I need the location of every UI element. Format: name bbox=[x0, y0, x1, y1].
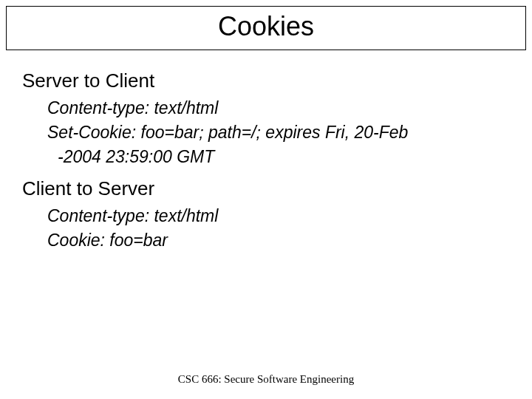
section-client-to-server: Client to Server Content-type: text/html… bbox=[22, 177, 510, 252]
body-text: Content-type: text/html bbox=[47, 97, 510, 120]
slide-title: Cookies bbox=[7, 11, 525, 42]
body-text: Content-type: text/html bbox=[47, 205, 510, 228]
body-text: Cookie: foo=bar bbox=[47, 229, 510, 252]
section-server-to-client: Server to Client Content-type: text/html… bbox=[22, 69, 510, 168]
slide-title-box: Cookies bbox=[6, 6, 526, 50]
section-heading: Server to Client bbox=[22, 69, 510, 92]
slide-footer: CSC 666: Secure Software Engineering bbox=[0, 372, 532, 386]
body-text: Set-Cookie: foo=bar; path=/; expires Fri… bbox=[47, 121, 510, 144]
section-heading: Client to Server bbox=[22, 177, 510, 200]
slide-content: Server to Client Content-type: text/html… bbox=[0, 50, 532, 252]
footer-text: CSC 666: Secure Software Engineering bbox=[178, 373, 354, 385]
body-text: -2004 23:59:00 GMT bbox=[47, 146, 510, 168]
